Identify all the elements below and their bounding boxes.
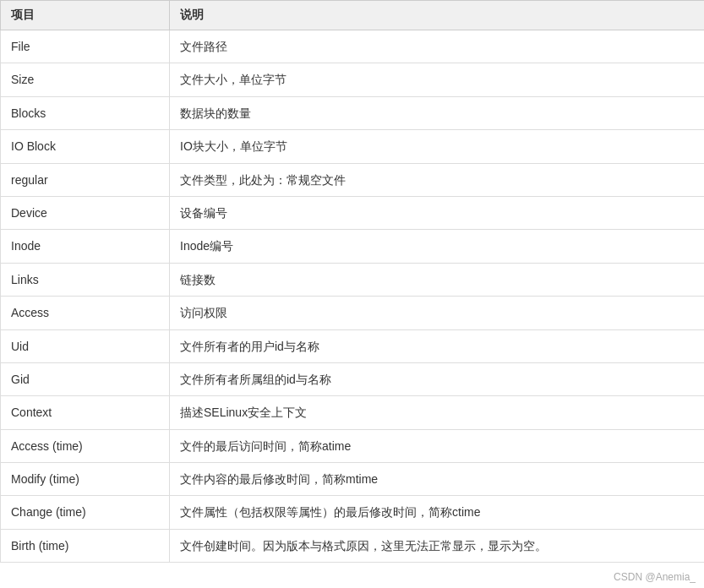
cell-key: Size	[1, 63, 170, 96]
table-row: InodeInode编号	[1, 230, 705, 263]
table-row: Modify (time)文件内容的最后修改时间，简称mtime	[1, 463, 705, 496]
cell-value: 设备编号	[170, 196, 705, 229]
table-row: regular文件类型，此处为：常规空文件	[1, 163, 705, 196]
table-row: IO BlockIO块大小，单位字节	[1, 130, 705, 163]
table-row: Context描述SELinux安全上下文	[1, 396, 705, 429]
table-row: Gid文件所有者所属组的id与名称	[1, 362, 705, 395]
cell-key: Access	[1, 297, 170, 329]
cell-value: 文件的最后访问时间，简称atime	[170, 429, 705, 462]
cell-value: 文件创建时间。因为版本与格式原因，这里无法正常显示，显示为空。	[170, 529, 705, 562]
cell-key: Context	[1, 396, 170, 429]
cell-value: IO块大小，单位字节	[170, 130, 705, 163]
cell-key: Birth (time)	[1, 529, 170, 562]
cell-key: Modify (time)	[1, 463, 170, 496]
table-header-row: 项目 说明	[1, 1, 705, 30]
cell-value: 描述SELinux安全上下文	[170, 396, 705, 429]
table-row: Access (time)文件的最后访问时间，简称atime	[1, 429, 705, 462]
cell-value: 数据块的数量	[170, 96, 705, 129]
cell-value: Inode编号	[170, 230, 705, 263]
cell-key: Change (time)	[1, 496, 170, 529]
table-row: File文件路径	[1, 30, 705, 63]
table-row: Birth (time)文件创建时间。因为版本与格式原因，这里无法正常显示，显示…	[1, 529, 705, 562]
table-row: Size文件大小，单位字节	[1, 63, 705, 96]
info-table: 项目 说明 File文件路径Size文件大小，单位字节Blocks数据块的数量I…	[0, 0, 704, 563]
table-row: Uid文件所有者的用户id与名称	[1, 329, 705, 362]
cell-key: IO Block	[1, 130, 170, 163]
watermark: CSDN @Anemia_	[614, 571, 696, 583]
cell-value: 文件所有者所属组的id与名称	[170, 362, 705, 395]
table-row: Blocks数据块的数量	[1, 96, 705, 129]
cell-value: 文件内容的最后修改时间，简称mtime	[170, 463, 705, 496]
cell-value: 文件所有者的用户id与名称	[170, 329, 705, 362]
cell-value: 链接数	[170, 263, 705, 296]
table-row: Access访问权限	[1, 297, 705, 329]
cell-key: Device	[1, 196, 170, 229]
cell-key: File	[1, 30, 170, 63]
table-container: 项目 说明 File文件路径Size文件大小，单位字节Blocks数据块的数量I…	[0, 0, 704, 588]
table-row: Change (time)文件属性（包括权限等属性）的最后修改时间，简称ctim…	[1, 496, 705, 529]
header-value: 说明	[170, 1, 705, 30]
cell-value: 文件大小，单位字节	[170, 63, 705, 96]
table-row: Device设备编号	[1, 196, 705, 229]
table-row: Links链接数	[1, 263, 705, 296]
header-key: 项目	[1, 1, 170, 30]
cell-value: 访问权限	[170, 297, 705, 329]
cell-key: Gid	[1, 362, 170, 395]
cell-key: Links	[1, 263, 170, 296]
cell-value: 文件类型，此处为：常规空文件	[170, 163, 705, 196]
cell-key: Blocks	[1, 96, 170, 129]
cell-value: 文件属性（包括权限等属性）的最后修改时间，简称ctime	[170, 496, 705, 529]
cell-key: regular	[1, 163, 170, 196]
cell-key: Inode	[1, 230, 170, 263]
cell-value: 文件路径	[170, 30, 705, 63]
cell-key: Access (time)	[1, 429, 170, 462]
cell-key: Uid	[1, 329, 170, 362]
